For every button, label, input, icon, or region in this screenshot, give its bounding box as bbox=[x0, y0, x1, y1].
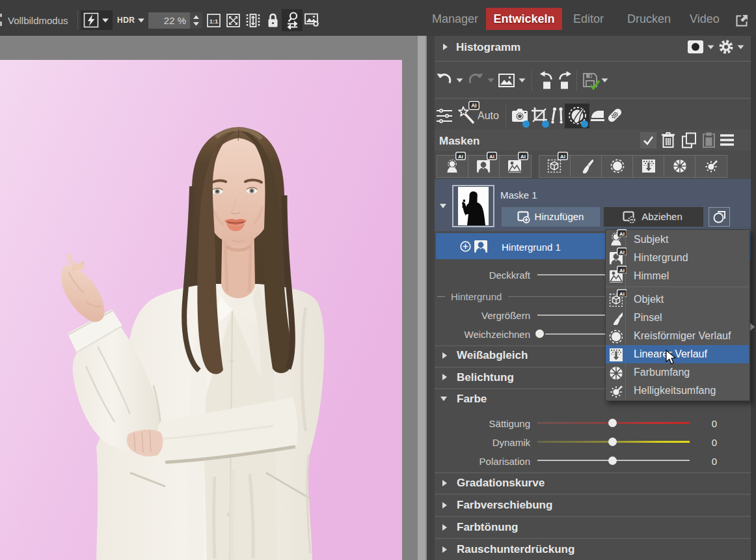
svg-text:AI: AI bbox=[471, 102, 476, 109]
svg-text:1:1: 1:1 bbox=[209, 18, 219, 25]
